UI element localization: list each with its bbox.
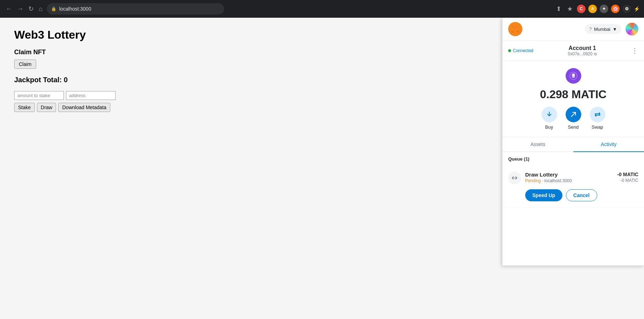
account-address-row: 0x07e...0920 ⧉ bbox=[538, 51, 627, 56]
url-text: localhost:3000 bbox=[59, 6, 91, 12]
browser-chrome: ← → ↻ ⌂ 🔒 localhost:3000 ⬆ ★ C A ✦ 🌸 ⚙ ⚡ bbox=[0, 0, 644, 18]
account-details: Account 1 0x07e...0920 ⧉ bbox=[538, 45, 627, 56]
connected-dot bbox=[508, 49, 511, 52]
send-action[interactable]: Send bbox=[566, 107, 581, 130]
svg-point-0 bbox=[508, 22, 522, 36]
balance-amount: 0.298 MATIC bbox=[540, 88, 607, 101]
network-help-icon: ? bbox=[589, 26, 592, 32]
connected-label: Connected bbox=[513, 48, 533, 53]
send-label: Send bbox=[568, 124, 578, 130]
swap-label: Swap bbox=[592, 124, 603, 130]
transaction-buttons: Speed Up Cancel bbox=[508, 189, 638, 201]
transaction-icon bbox=[508, 172, 521, 184]
extension-icon-1[interactable]: C bbox=[577, 5, 585, 13]
mm-quick-actions: Buy Send Swap bbox=[542, 107, 605, 130]
transaction-amount-sub: -0 MATIC bbox=[617, 178, 638, 183]
mm-header: ? Mumbai ▼ bbox=[503, 18, 644, 41]
buy-action[interactable]: Buy bbox=[542, 107, 557, 130]
stake-button[interactable]: Stake bbox=[14, 103, 35, 112]
transaction-amounts: -0 MATIC -0 MATIC bbox=[617, 172, 638, 183]
bookmark-button[interactable]: ★ bbox=[566, 4, 574, 14]
network-selector[interactable]: ? Mumbai ▼ bbox=[585, 24, 621, 34]
metamask-popup: ? Mumbai ▼ Connected Account 1 0x07e...0… bbox=[502, 18, 644, 266]
account-name: Account 1 bbox=[538, 45, 627, 51]
mm-tabs: Assets Activity bbox=[503, 137, 644, 152]
metamask-ext-icon[interactable]: 🌸 bbox=[611, 5, 620, 13]
address-bar[interactable]: 🔒 localhost:3000 bbox=[47, 3, 224, 15]
send-icon bbox=[566, 107, 581, 122]
buy-icon bbox=[542, 107, 557, 122]
transaction-amount: -0 MATIC bbox=[617, 172, 638, 177]
connection-status: Connected bbox=[508, 48, 533, 53]
matic-token-icon bbox=[566, 68, 581, 84]
swap-action[interactable]: Swap bbox=[590, 107, 605, 130]
buy-label: Buy bbox=[545, 124, 553, 130]
copy-address-icon[interactable]: ⧉ bbox=[594, 52, 597, 56]
tab-assets[interactable]: Assets bbox=[503, 137, 573, 152]
account-more-button[interactable]: ⋮ bbox=[631, 46, 638, 55]
refresh-button[interactable]: ↻ bbox=[27, 4, 35, 14]
extensions-button[interactable]: ⚡ bbox=[634, 6, 640, 12]
share-button[interactable]: ⬆ bbox=[555, 4, 563, 14]
cancel-transaction-button[interactable]: Cancel bbox=[566, 189, 597, 201]
tab-activity[interactable]: Activity bbox=[573, 137, 644, 152]
transaction-details: Draw Lottery Pending · localhost:3000 bbox=[525, 172, 613, 183]
browser-actions: ⬆ ★ C A ✦ 🌸 ⚙ ⚡ bbox=[555, 4, 640, 14]
metamask-logo bbox=[508, 22, 522, 36]
transaction-status: Pending · localhost:3000 bbox=[525, 178, 613, 183]
chevron-down-icon: ▼ bbox=[612, 27, 617, 32]
home-button[interactable]: ⌂ bbox=[37, 4, 44, 14]
mm-account-info: Connected Account 1 0x07e...0920 ⧉ ⋮ bbox=[503, 41, 644, 61]
draw-button[interactable]: Draw bbox=[37, 103, 56, 112]
extension-icon-4[interactable]: ⚙ bbox=[622, 5, 631, 13]
amount-input[interactable] bbox=[14, 91, 64, 100]
mm-balance-section: 0.298 MATIC Buy Send bbox=[503, 61, 644, 137]
address-input[interactable] bbox=[66, 91, 116, 100]
transaction-source: · localhost:3000 bbox=[542, 178, 572, 183]
nav-icons: ← → ↻ ⌂ bbox=[4, 4, 44, 14]
swap-icon bbox=[590, 107, 605, 122]
back-button[interactable]: ← bbox=[4, 4, 13, 14]
claim-button[interactable]: Claim bbox=[14, 60, 36, 69]
mm-activity-content: Queue (1) Draw Lottery Pending · localho… bbox=[503, 152, 644, 265]
transaction-row: Draw Lottery Pending · localhost:3000 -0… bbox=[508, 172, 638, 184]
transaction-name: Draw Lottery bbox=[525, 172, 613, 178]
transaction-item: Draw Lottery Pending · localhost:3000 -0… bbox=[503, 166, 644, 207]
forward-button[interactable]: → bbox=[16, 4, 25, 14]
lock-icon: 🔒 bbox=[51, 6, 56, 11]
extension-icon-3[interactable]: ✦ bbox=[600, 5, 608, 13]
speed-up-button[interactable]: Speed Up bbox=[525, 189, 562, 201]
network-name: Mumbai bbox=[594, 27, 610, 32]
download-metadata-button[interactable]: Download Metadata bbox=[58, 103, 110, 112]
pending-label: Pending bbox=[525, 178, 541, 183]
queue-header: Queue (1) bbox=[503, 152, 644, 166]
extension-icon-2[interactable]: A bbox=[588, 5, 597, 13]
account-avatar[interactable] bbox=[626, 23, 638, 35]
account-address-text: 0x07e...0920 bbox=[568, 51, 592, 56]
